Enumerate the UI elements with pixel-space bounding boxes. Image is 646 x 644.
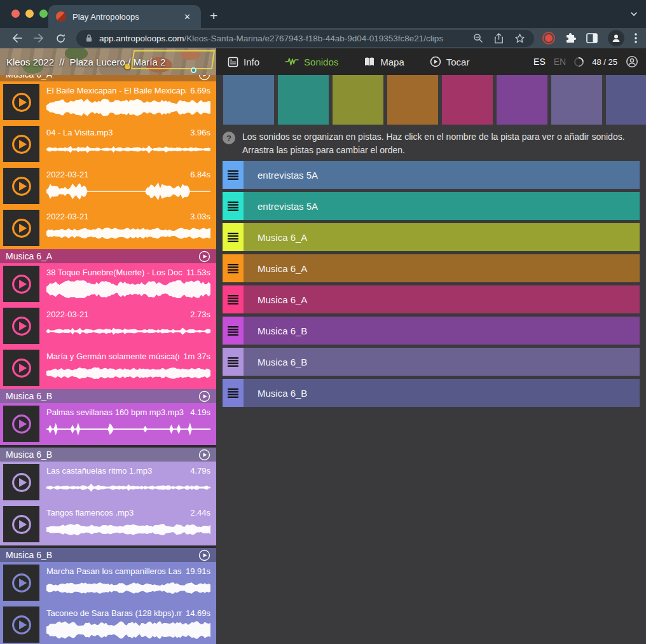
lang-toggle-en[interactable]: EN — [554, 57, 566, 67]
close-window-button[interactable] — [11, 10, 20, 18]
track-row[interactable]: entrevistas 5A — [223, 161, 640, 189]
track-body[interactable]: Musica 6_A — [244, 285, 640, 313]
clip-row[interactable]: María y Germán solamente música(maría 2.… — [0, 347, 216, 389]
clip-duration: 2.44s — [190, 508, 210, 518]
zoom-icon[interactable] — [473, 33, 483, 43]
track-drag-handle[interactable] — [223, 317, 244, 345]
sidebar-toggle-icon[interactable] — [586, 33, 598, 43]
section-play-button[interactable] — [198, 75, 210, 81]
nav-item-tocar[interactable]: Tocar — [430, 56, 470, 67]
palette-swatch[interactable] — [606, 75, 646, 125]
tab-close-icon[interactable]: ✕ — [181, 11, 193, 23]
clip-play-button[interactable] — [3, 168, 39, 204]
address-bar[interactable]: app.antropoloops.com/Kleos-Santa-Marina/… — [76, 30, 534, 47]
breadcrumb-project[interactable]: Kleos 2022 — [6, 57, 54, 67]
track-row[interactable]: Musica 6_B — [223, 348, 640, 376]
track-row[interactable]: Musica 6_A — [223, 285, 640, 313]
clip-play-button[interactable] — [3, 210, 39, 246]
section-play-button[interactable] — [198, 449, 210, 461]
clip-body: 2022-03-212.73s — [39, 308, 213, 347]
new-tab-button[interactable]: + — [210, 8, 217, 24]
clip-play-button[interactable] — [3, 506, 39, 542]
palette-swatch[interactable] — [223, 75, 274, 125]
track-body[interactable]: Musica 6_B — [244, 348, 640, 376]
clip-play-button[interactable] — [3, 84, 39, 120]
track-row[interactable]: Musica 6_A — [223, 254, 640, 282]
section-header[interactable]: Musica 6_A — [0, 249, 216, 263]
map-thumbnail[interactable]: Kleos 2022 // Plaza Lucero / María 2 — [0, 48, 216, 75]
track-drag-handle[interactable] — [223, 192, 244, 220]
track-row[interactable]: entrevistas 5A — [223, 192, 640, 220]
clip-play-button[interactable] — [3, 308, 39, 344]
share-icon[interactable] — [494, 33, 504, 44]
back-button[interactable] — [8, 33, 27, 43]
nav-item-sonidos[interactable]: Sonidos — [285, 57, 338, 67]
clip-waveform — [46, 519, 210, 540]
clip-row[interactable]: 2022-03-213.03s — [0, 207, 216, 249]
clip-play-button[interactable] — [3, 565, 39, 601]
lang-toggle-es[interactable]: ES — [533, 57, 546, 67]
section-play-button[interactable] — [198, 549, 210, 561]
track-body[interactable]: Musica 6_A — [244, 254, 640, 282]
clip-play-button[interactable] — [3, 606, 39, 643]
track-body[interactable]: Musica 6_B — [244, 379, 640, 407]
palette-swatch[interactable] — [387, 75, 438, 125]
minimize-window-button[interactable] — [25, 10, 34, 18]
clip-body: El Baile Mexicapan - El Baile Mexicapan.… — [39, 84, 213, 123]
track-row[interactable]: Musica 6_B — [223, 379, 640, 407]
clip-play-button[interactable] — [3, 350, 39, 386]
clip-play-button[interactable] — [3, 406, 39, 442]
section-play-button[interactable] — [198, 390, 210, 402]
track-body[interactable]: Musica 6_B — [244, 317, 640, 345]
clip-row[interactable]: El Baile Mexicapan - El Baile Mexicapan.… — [0, 81, 216, 123]
nav-item-info[interactable]: Info — [228, 57, 259, 67]
nav-item-mapa[interactable]: Mapa — [364, 57, 404, 67]
track-row[interactable]: Musica 6_B — [223, 317, 640, 345]
profile-avatar[interactable] — [608, 30, 624, 46]
track-drag-handle[interactable] — [223, 254, 244, 282]
recording-extension-icon[interactable] — [545, 34, 553, 42]
palette-swatch[interactable] — [497, 75, 547, 125]
clip-row[interactable]: Taconeo de Sara Baras (128 kbps).mp314.6… — [0, 604, 216, 644]
clip-row[interactable]: Las castañuelas ritmo 1.mp34.79s — [0, 462, 216, 504]
clip-play-button[interactable] — [3, 266, 39, 302]
track-drag-handle[interactable] — [223, 223, 244, 251]
track-drag-handle[interactable] — [223, 161, 244, 189]
clip-row[interactable]: 2022-03-212.73s — [0, 305, 216, 347]
section-header[interactable]: Musica 6_A — [0, 75, 216, 81]
clip-row[interactable]: Tangos flamencos .mp32.44s — [0, 504, 216, 545]
palette-swatch[interactable] — [278, 75, 329, 125]
section-play-button[interactable] — [198, 250, 210, 263]
clip-row[interactable]: 2022-03-216.84s — [0, 165, 216, 207]
nav-label-sonidos: Sonidos — [304, 57, 338, 67]
extensions-puzzle-icon[interactable] — [565, 32, 576, 44]
section-header[interactable]: Musica 6_B — [0, 548, 216, 562]
maximize-window-button[interactable] — [39, 10, 48, 18]
palette-swatch[interactable] — [551, 75, 602, 125]
clip-waveform — [46, 181, 210, 202]
clip-row[interactable]: 38 Toque Funebre(Muerte) - Los Doce Par.… — [0, 263, 216, 305]
track-row[interactable]: Musica 6_A — [223, 223, 640, 251]
reload-button[interactable] — [51, 33, 70, 44]
section-header[interactable]: Musica 6_B — [0, 389, 216, 403]
palette-swatch[interactable] — [442, 75, 493, 125]
palette-swatch[interactable] — [333, 75, 383, 125]
account-icon[interactable] — [626, 55, 638, 68]
track-drag-handle[interactable] — [223, 285, 244, 313]
clip-row[interactable]: 04 - La Visita.mp33.96s — [0, 123, 216, 165]
browser-tab[interactable]: Play Antropoloops ✕ — [48, 5, 201, 28]
track-body[interactable]: entrevistas 5A — [244, 192, 640, 220]
clip-row[interactable]: Palmas sevillanas 160 bpm mp3.mp34.19s — [0, 403, 216, 445]
forward-button[interactable] — [29, 33, 48, 43]
browser-menu-icon[interactable] — [635, 33, 637, 43]
clip-row[interactable]: Marcha Pasan los campanilleros Las Mejor… — [0, 562, 216, 604]
clip-play-button[interactable] — [3, 126, 39, 162]
bookmark-star-icon[interactable] — [514, 33, 525, 44]
track-body[interactable]: Musica 6_A — [244, 223, 640, 251]
track-drag-handle[interactable] — [223, 348, 244, 376]
clip-play-button[interactable] — [3, 464, 39, 500]
section-header[interactable]: Musica 6_B — [0, 448, 216, 462]
tab-search-chevron-icon[interactable] — [629, 10, 638, 18]
track-drag-handle[interactable] — [223, 379, 244, 407]
track-body[interactable]: entrevistas 5A — [244, 161, 640, 189]
